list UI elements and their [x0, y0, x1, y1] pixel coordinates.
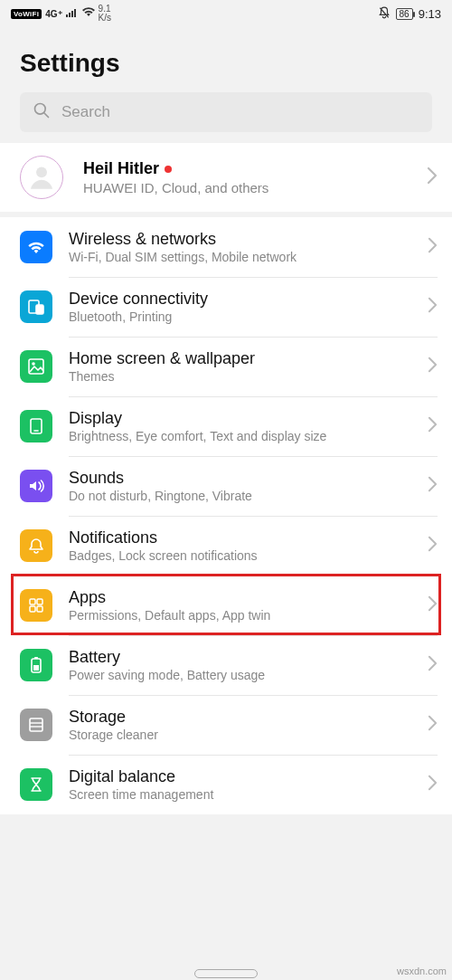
signal-icon: [66, 7, 79, 20]
search-icon: [33, 101, 51, 123]
net-gen: 4G⁺: [45, 9, 61, 19]
settings-row-apps[interactable]: Apps Permissions, Default apps, App twin: [0, 576, 452, 635]
row-title: Apps: [69, 588, 411, 607]
chevron-right-icon: [428, 416, 438, 436]
display-icon: [20, 410, 52, 442]
status-bar: VoWiFi 4G⁺ 9.1 K/s 86 9:13: [0, 0, 452, 27]
row-sub: Bluetooth, Printing: [69, 309, 411, 324]
row-sub: Power saving mode, Battery usage: [69, 668, 411, 682]
net-speed: 9.1 K/s: [99, 5, 111, 24]
apps-icon: [20, 589, 52, 622]
bell-icon: [20, 529, 52, 562]
svg-rect-0: [66, 14, 68, 17]
storage-icon: [20, 709, 52, 741]
profile-name: Heil Hitler: [83, 159, 159, 178]
svg-rect-2: [71, 11, 73, 17]
row-title: Wireless & networks: [69, 230, 411, 249]
svg-rect-1: [69, 13, 71, 17]
battery-icon: [20, 649, 52, 681]
svg-point-6: [36, 167, 47, 177]
row-title: Notifications: [69, 528, 411, 547]
profile-sub: HUAWEI ID, Cloud, and others: [83, 180, 407, 195]
dnd-icon: [378, 6, 391, 22]
vowifi-badge: VoWiFi: [11, 9, 42, 19]
battery-indicator: 86: [396, 8, 413, 20]
svg-line-5: [44, 113, 49, 118]
devices-icon: [20, 290, 52, 323]
settings-row-wifi[interactable]: Wireless & networks Wi-Fi, Dual SIM sett…: [0, 217, 452, 277]
row-title: Digital balance: [69, 767, 411, 786]
svg-rect-3: [74, 9, 76, 17]
home-indicator: [194, 969, 258, 978]
row-sub: Screen time management: [69, 787, 411, 802]
settings-row-storage[interactable]: Storage Storage cleaner: [0, 695, 452, 755]
notification-dot: [165, 166, 172, 173]
row-title: Battery: [69, 648, 411, 667]
row-sub: Wi-Fi, Dual SIM settings, Mobile network: [69, 250, 411, 264]
search-bar[interactable]: [20, 92, 432, 132]
hourglass-icon: [20, 768, 52, 801]
page-title: Settings: [0, 27, 452, 92]
chevron-right-icon: [428, 297, 438, 317]
row-sub: Badges, Lock screen notifications: [69, 548, 411, 563]
row-title: Home screen & wallpaper: [69, 349, 411, 368]
settings-row-devices[interactable]: Device connectivity Bluetooth, Printing: [0, 277, 452, 337]
search-input[interactable]: [61, 103, 419, 121]
row-sub: Brightness, Eye comfort, Text and displa…: [69, 429, 411, 443]
row-sub: Themes: [69, 369, 411, 384]
chevron-right-icon: [428, 536, 438, 556]
chevron-right-icon: [428, 775, 438, 794]
row-title: Display: [69, 409, 411, 428]
chevron-right-icon: [428, 715, 438, 735]
settings-row-wallpaper[interactable]: Home screen & wallpaper Themes: [0, 337, 452, 396]
chevron-right-icon: [428, 655, 438, 675]
row-sub: Permissions, Default apps, App twin: [69, 608, 411, 623]
row-title: Device connectivity: [69, 290, 411, 309]
settings-row-display[interactable]: Display Brightness, Eye comfort, Text an…: [0, 396, 452, 456]
chevron-right-icon: [428, 476, 438, 496]
wifi-icon: [20, 231, 52, 263]
settings-row-sounds[interactable]: Sounds Do not disturb, Ringtone, Vibrate: [0, 456, 452, 516]
wallpaper-icon: [20, 350, 52, 383]
chevron-right-icon: [428, 357, 438, 376]
settings-list: Wireless & networks Wi-Fi, Dual SIM sett…: [0, 217, 452, 814]
sounds-icon: [20, 470, 52, 502]
clock: 9:13: [419, 7, 441, 21]
row-title: Storage: [69, 708, 411, 727]
row-sub: Do not disturb, Ringtone, Vibrate: [69, 489, 411, 503]
settings-row-bell[interactable]: Notifications Badges, Lock screen notifi…: [0, 516, 452, 576]
avatar: [20, 156, 63, 199]
settings-row-battery[interactable]: Battery Power saving mode, Battery usage: [0, 635, 452, 695]
chevron-right-icon: [427, 167, 438, 188]
row-sub: Storage cleaner: [69, 728, 411, 742]
profile-row[interactable]: Heil Hitler HUAWEI ID, Cloud, and others: [0, 143, 452, 217]
chevron-right-icon: [428, 595, 438, 615]
wifi-status-icon: [82, 7, 95, 20]
watermark: wsxdn.com: [397, 966, 447, 976]
settings-row-hourglass[interactable]: Digital balance Screen time management: [0, 755, 452, 814]
row-title: Sounds: [69, 469, 411, 488]
chevron-right-icon: [428, 237, 438, 257]
